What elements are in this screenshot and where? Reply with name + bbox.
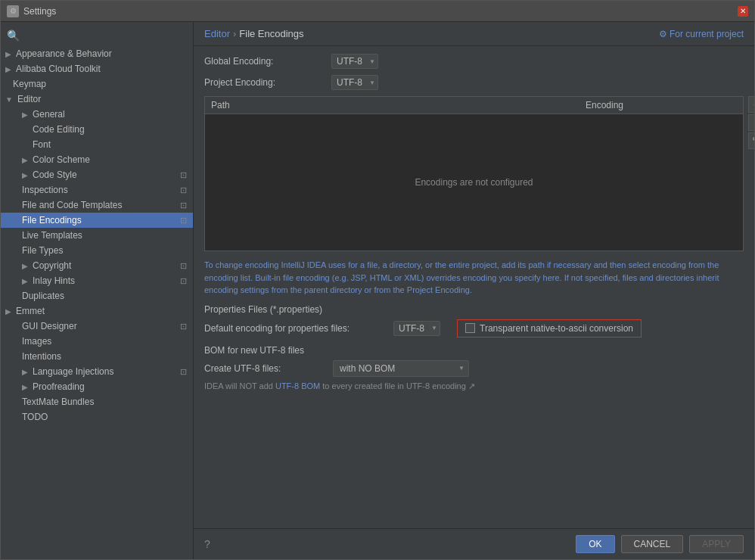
window-title: Settings xyxy=(23,6,56,17)
sidebar-item-label: Inlay Hints xyxy=(33,275,75,286)
path-column-header: Path xyxy=(211,100,586,110)
bom-highlight: UTF-8 BOM xyxy=(275,381,320,390)
external-icon: ⊡ xyxy=(180,261,187,271)
apply-button[interactable]: APPLY xyxy=(689,535,744,553)
encoding-info-text: To change encoding IntelliJ IDEA uses fo… xyxy=(204,259,744,297)
sidebar-item-appearance[interactable]: ▶ Appearance & Behavior xyxy=(1,46,193,61)
ok-button[interactable]: OK xyxy=(576,535,614,553)
panel-content: Global Encoding: UTF-8 Project Encoding:… xyxy=(194,46,754,528)
external-icon: ⊡ xyxy=(180,276,187,286)
bom-select[interactable]: with NO BOM with BOM xyxy=(333,360,469,377)
sidebar-item-images[interactable]: Images xyxy=(1,334,193,349)
sidebar-item-code-editing[interactable]: Code Editing xyxy=(1,122,193,137)
sidebar-item-textmate-bundles[interactable]: TextMate Bundles xyxy=(1,394,193,409)
sidebar-item-file-types[interactable]: File Types xyxy=(1,243,193,258)
expand-arrow: ▶ xyxy=(5,307,11,316)
close-button[interactable]: ✕ xyxy=(738,6,748,17)
create-utf8-row: Create UTF-8 files: with NO BOM with BOM xyxy=(204,360,744,377)
expand-arrow: ▼ xyxy=(5,95,13,104)
sidebar-item-label: Code Editing xyxy=(33,124,85,135)
sidebar-item-todo[interactable]: TODO xyxy=(1,409,193,425)
sidebar-item-label: Editor xyxy=(17,94,41,104)
edit-encoding-button[interactable]: ✎ xyxy=(748,132,754,149)
breadcrumb-separator: › xyxy=(233,28,236,39)
sidebar-item-label: Appearance & Behavior xyxy=(16,48,112,59)
sidebar-item-intentions[interactable]: Intentions xyxy=(1,349,193,364)
sidebar-item-general[interactable]: ▶ General xyxy=(1,107,193,122)
sidebar-item-label: Color Scheme xyxy=(33,154,90,165)
sidebar-item-color-scheme[interactable]: ▶ Color Scheme xyxy=(1,152,193,167)
sidebar-item-file-code-templates[interactable]: File and Code Templates ⊡ xyxy=(1,198,193,213)
external-icon: ⊡ xyxy=(180,170,187,180)
sidebar-item-proofreading[interactable]: ▶ Proofreading xyxy=(1,379,193,394)
cancel-button[interactable]: CANCEL xyxy=(621,535,684,553)
properties-encoding-select-wrap[interactable]: UTF-8 xyxy=(393,321,440,336)
global-encoding-select-wrap[interactable]: UTF-8 xyxy=(331,54,378,69)
properties-encoding-row: Default encoding for properties files: U… xyxy=(204,319,744,338)
project-encoding-row: Project Encoding: UTF-8 xyxy=(204,75,744,90)
project-encoding-select[interactable]: UTF-8 xyxy=(331,75,378,90)
sidebar-item-label: General xyxy=(33,109,65,120)
sidebar-item-duplicates[interactable]: Duplicates xyxy=(1,288,193,303)
sidebar-item-emmet[interactable]: ▶ Emmet xyxy=(1,303,193,319)
sidebar-item-label: Keymap xyxy=(13,79,46,89)
table-empty-message: Encodings are not configured xyxy=(205,114,743,250)
default-encoding-label: Default encoding for properties files: xyxy=(204,323,386,334)
sidebar-item-live-templates[interactable]: Live Templates xyxy=(1,228,193,243)
sidebar-item-label: Inspections xyxy=(22,185,68,195)
sidebar-item-label: TextMate Bundles xyxy=(22,397,94,407)
app-icon: ⚙ xyxy=(7,5,19,17)
expand-arrow: ▶ xyxy=(22,262,28,270)
bom-section-title: BOM for new UTF-8 files xyxy=(204,345,744,356)
transparent-conversion-label: Transparent native-to-ascii conversion xyxy=(480,323,633,334)
content-area: 🔍 ▶ Appearance & Behavior ▶ Alibaba Clou… xyxy=(1,22,754,559)
sidebar-item-keymap[interactable]: Keymap xyxy=(1,76,193,92)
external-icon: ⊡ xyxy=(180,367,187,377)
sidebar-item-label: Live Templates xyxy=(22,230,82,241)
properties-section-title: Properties Files (*.properties) xyxy=(204,304,744,315)
help-button[interactable]: ? xyxy=(204,538,210,550)
bom-note: IDEA will NOT add UTF-8 BOM to every cre… xyxy=(204,381,744,391)
expand-arrow: ▶ xyxy=(22,368,28,376)
sidebar-item-label: Font xyxy=(33,139,51,150)
properties-encoding-select[interactable]: UTF-8 xyxy=(393,321,440,336)
breadcrumb-parent[interactable]: Editor xyxy=(204,28,230,39)
bottom-bar: ? OK CANCEL APPLY xyxy=(194,528,754,559)
sidebar-item-editor[interactable]: ▼ Editor xyxy=(1,92,193,107)
sidebar-item-label: File Encodings xyxy=(22,215,82,226)
sidebar-item-code-style[interactable]: ▶ Code Style ⊡ xyxy=(1,167,193,182)
external-icon: ⊡ xyxy=(180,322,187,331)
transparent-conversion-wrap[interactable]: Transparent native-to-ascii conversion xyxy=(457,319,642,338)
sidebar-item-gui-designer[interactable]: GUI Designer ⊡ xyxy=(1,319,193,334)
title-bar-controls: ✕ xyxy=(738,6,748,17)
sidebar-item-inspections[interactable]: Inspections ⊡ xyxy=(1,182,193,198)
expand-arrow: ▶ xyxy=(5,50,11,58)
sidebar-item-label: GUI Designer xyxy=(22,321,77,331)
sidebar-item-label: File and Code Templates xyxy=(22,200,123,210)
title-bar: ⚙ Settings ✕ xyxy=(1,1,754,22)
add-encoding-button[interactable]: + xyxy=(748,96,754,113)
sidebar-item-label: TODO xyxy=(22,412,48,422)
global-encoding-select[interactable]: UTF-8 xyxy=(331,54,378,69)
encoding-table-container: Path Encoding Encodings are not configur… xyxy=(204,96,744,251)
remove-encoding-button[interactable]: − xyxy=(748,114,754,131)
project-encoding-select-wrap[interactable]: UTF-8 xyxy=(331,75,378,90)
sidebar-item-label: Images xyxy=(22,336,51,347)
project-encoding-label: Project Encoding: xyxy=(204,77,325,88)
sidebar-item-label: Intentions xyxy=(22,351,61,362)
bom-note-prefix: IDEA will NOT add xyxy=(204,381,275,390)
sidebar-item-inlay-hints[interactable]: ▶ Inlay Hints ⊡ xyxy=(1,273,193,288)
transparent-conversion-checkbox[interactable] xyxy=(465,323,475,333)
bom-section: BOM for new UTF-8 files Create UTF-8 fil… xyxy=(204,345,744,391)
expand-arrow: ▶ xyxy=(22,171,28,179)
external-icon: ⊡ xyxy=(180,216,187,226)
expand-arrow: ▶ xyxy=(5,65,11,73)
sidebar-item-copyright[interactable]: ▶ Copyright ⊡ xyxy=(1,258,193,273)
sidebar-item-file-encodings[interactable]: File Encodings ⊡ xyxy=(1,213,193,228)
sidebar-item-font[interactable]: Font xyxy=(1,137,193,152)
bom-select-wrap[interactable]: with NO BOM with BOM xyxy=(333,360,469,377)
search-bar[interactable]: 🔍 xyxy=(1,25,193,46)
sidebar-item-language-injections[interactable]: ▶ Language Injections ⊡ xyxy=(1,364,193,379)
sidebar-item-alibaba[interactable]: ▶ Alibaba Cloud Toolkit xyxy=(1,61,193,76)
for-current-project-link[interactable]: ⚙ For current project xyxy=(659,29,744,39)
